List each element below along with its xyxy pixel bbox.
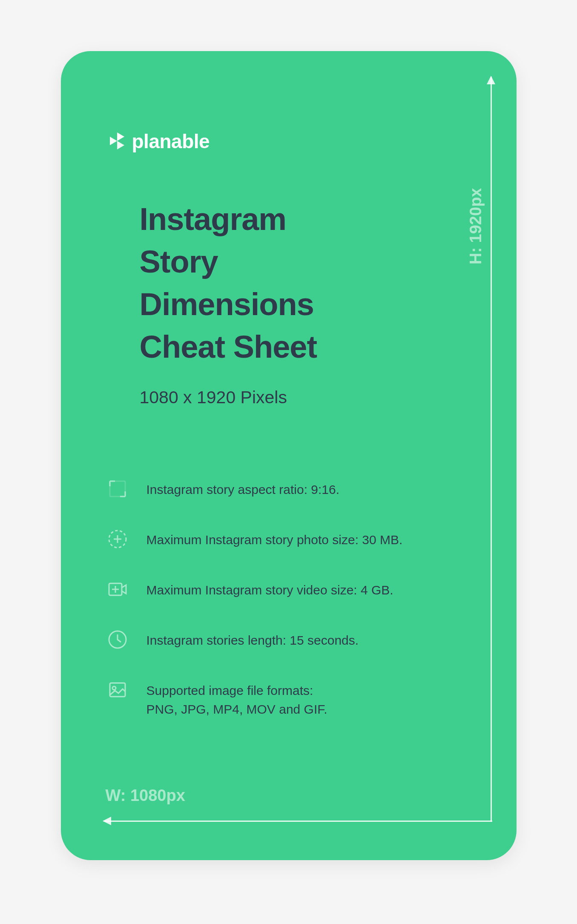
clock-icon: [106, 628, 129, 651]
svg-point-5: [112, 686, 116, 690]
spec-text: Maximum Instagram story photo size: 30 M…: [146, 527, 403, 549]
add-photo-icon: [106, 527, 129, 551]
width-label: W: 1080px: [106, 786, 185, 805]
spec-item-video-size: Maximum Instagram story video size: 4 GB…: [106, 577, 465, 601]
width-arrow: [103, 821, 492, 822]
spec-item-aspect-ratio: Instagram story aspect ratio: 9:16.: [106, 477, 465, 501]
aspect-ratio-icon: [106, 477, 129, 501]
spec-text: Supported image file formats:PNG, JPG, M…: [146, 678, 327, 718]
spec-item-length: Instagram stories length: 15 seconds.: [106, 628, 465, 651]
page-subtitle: 1080 x 1920 Pixels: [140, 387, 287, 407]
spec-text: Instagram story aspect ratio: 9:16.: [146, 477, 340, 499]
image-file-icon: [106, 678, 129, 702]
brand-logo: planable: [106, 130, 210, 153]
height-label: H: 1920px: [467, 188, 485, 265]
spec-item-photo-size: Maximum Instagram story photo size: 30 M…: [106, 527, 465, 551]
add-video-icon: [106, 577, 129, 601]
specs-list: Instagram story aspect ratio: 9:16. Maxi…: [106, 477, 465, 718]
spec-text: Maximum Instagram story video size: 4 GB…: [146, 577, 393, 600]
spec-item-formats: Supported image file formats:PNG, JPG, M…: [106, 678, 465, 718]
brand-logo-mark: [106, 130, 129, 153]
cheat-sheet-card: H: 1920px W: 1080px planable InstagramSt…: [61, 51, 517, 860]
height-arrow: [491, 77, 492, 822]
brand-name: planable: [132, 130, 210, 153]
svg-rect-0: [110, 481, 125, 496]
page-title: InstagramStoryDimensionsCheat Sheet: [140, 198, 317, 368]
spec-text: Instagram stories length: 15 seconds.: [146, 628, 359, 650]
